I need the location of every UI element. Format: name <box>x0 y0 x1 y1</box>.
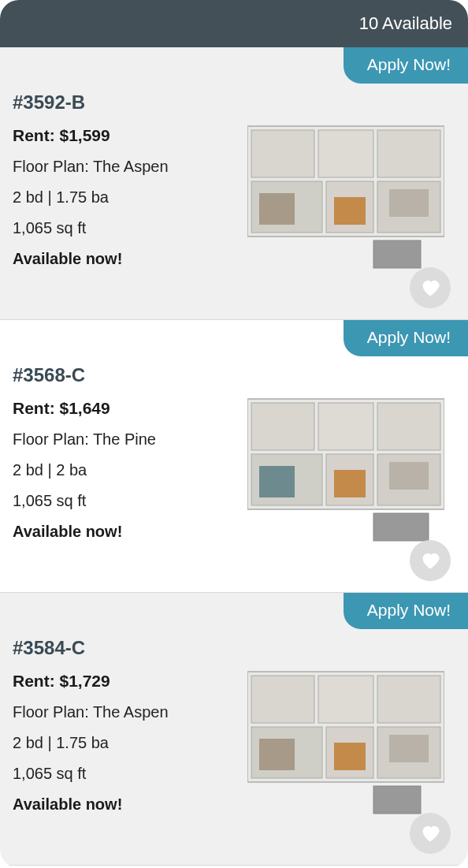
listing-info: #3592-B Rent: $1,599 Floor Plan: The Asp… <box>13 69 233 268</box>
floorplan-image <box>247 656 444 821</box>
rent-line: Rent: $1,729 <box>13 672 233 691</box>
svg-rect-13 <box>318 403 373 450</box>
sqft-line: 1,065 sq ft <box>13 219 233 237</box>
svg-rect-29 <box>259 739 295 770</box>
apply-now-button[interactable]: Apply Now! <box>344 593 468 629</box>
svg-rect-19 <box>334 470 366 497</box>
favorite-button[interactable] <box>410 267 451 308</box>
svg-rect-31 <box>389 735 429 762</box>
svg-rect-30 <box>334 743 366 770</box>
svg-rect-9 <box>389 189 429 217</box>
availability-line: Available now! <box>13 250 233 268</box>
unit-id: #3584-C <box>13 637 233 659</box>
beds-baths-line: 2 bd | 1.75 ba <box>13 188 233 207</box>
svg-rect-21 <box>373 513 429 541</box>
svg-rect-10 <box>373 240 421 268</box>
heart-icon <box>419 277 441 299</box>
floor-plan-line: Floor Plan: The Pine <box>13 430 233 449</box>
floorplan-image <box>247 383 444 549</box>
unit-id: #3568-C <box>13 364 233 386</box>
header-bar: 10 Available <box>0 0 468 47</box>
svg-rect-18 <box>259 466 295 497</box>
svg-rect-7 <box>259 193 295 225</box>
rent-line: Rent: $1,599 <box>13 126 233 145</box>
svg-rect-2 <box>318 130 373 177</box>
svg-rect-14 <box>377 403 440 450</box>
svg-rect-12 <box>251 403 314 450</box>
svg-rect-1 <box>251 130 314 177</box>
floorplan-image <box>247 110 444 276</box>
svg-rect-3 <box>377 130 440 177</box>
listings-scroll[interactable]: Apply Now! #3592-B Rent: $1,599 Floor Pl… <box>0 47 468 868</box>
listing-card[interactable]: Apply Now! #3592-B Rent: $1,599 Floor Pl… <box>0 47 468 320</box>
svg-rect-25 <box>377 676 440 723</box>
listing-card[interactable]: Apply Now! #3584-C Rent: $1,729 Floor Pl… <box>0 593 468 866</box>
listing-info: #3568-C Rent: $1,649 Floor Plan: The Pin… <box>13 342 233 541</box>
unit-id: #3592-B <box>13 91 233 114</box>
favorite-button[interactable] <box>410 813 451 854</box>
favorite-button[interactable] <box>410 540 451 581</box>
availability-line: Available now! <box>13 795 233 814</box>
beds-baths-line: 2 bd | 1.75 ba <box>13 734 233 752</box>
svg-rect-8 <box>334 197 366 225</box>
apply-now-button[interactable]: Apply Now! <box>344 320 468 356</box>
sqft-line: 1,065 sq ft <box>13 765 233 783</box>
listing-info: #3584-C Rent: $1,729 Floor Plan: The Asp… <box>13 615 233 814</box>
apply-now-button[interactable]: Apply Now! <box>344 47 468 84</box>
floor-plan-line: Floor Plan: The Aspen <box>13 158 233 176</box>
svg-rect-20 <box>389 462 429 490</box>
sqft-line: 1,065 sq ft <box>13 492 233 510</box>
availability-line: Available now! <box>13 523 233 541</box>
heart-icon <box>419 549 441 572</box>
app-container: 10 Available Apply Now! #3592-B Rent: $1… <box>0 0 468 868</box>
available-count: 10 Available <box>359 13 452 34</box>
floor-plan-line: Floor Plan: The Aspen <box>13 703 233 721</box>
svg-rect-32 <box>373 786 421 814</box>
svg-rect-23 <box>251 676 314 723</box>
beds-baths-line: 2 bd | 2 ba <box>13 461 233 479</box>
rent-line: Rent: $1,649 <box>13 399 233 418</box>
svg-rect-24 <box>318 676 373 723</box>
listing-card[interactable]: Apply Now! #3568-C Rent: $1,649 Floor Pl… <box>0 320 468 593</box>
heart-icon <box>419 822 441 844</box>
